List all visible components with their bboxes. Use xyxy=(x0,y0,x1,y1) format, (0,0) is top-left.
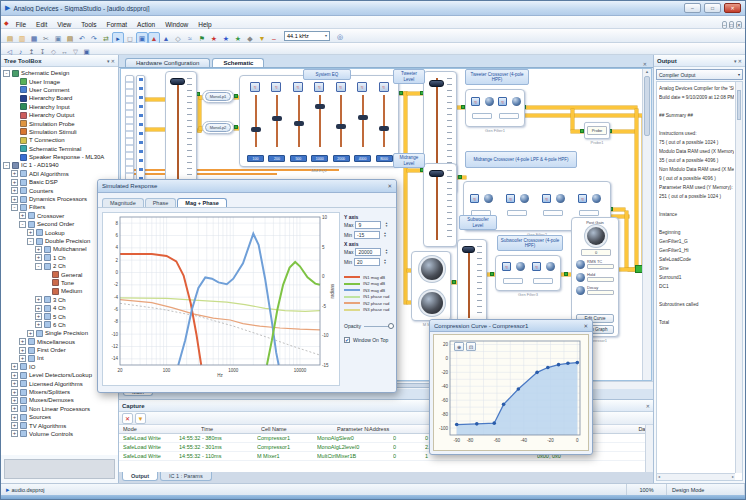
tree-expand-toggle[interactable]: + xyxy=(11,187,18,194)
eq-value-box[interactable]: 2000 xyxy=(333,155,350,162)
minimize-button[interactable]: – xyxy=(684,3,701,13)
eq-slider-handle[interactable] xyxy=(251,127,261,132)
eq-value-box[interactable]: 8000 xyxy=(376,155,393,162)
tab-ic1-params[interactable]: IC 1 : Params xyxy=(160,472,212,481)
canvas-vertical-scrollbar[interactable]: ▲ xyxy=(642,69,651,380)
slider-handle[interactable] xyxy=(462,246,475,253)
tree-expand-toggle[interactable]: + xyxy=(35,246,42,253)
capture-scrollbar[interactable] xyxy=(645,425,653,472)
tree-item[interactable]: + ADI Algorithms xyxy=(1,170,118,178)
tree-expand-toggle[interactable]: + xyxy=(35,296,42,303)
sim-window-titlebar[interactable]: Simulated Response ✕ xyxy=(98,180,396,193)
eq-slider-handle[interactable] xyxy=(379,126,389,131)
output-hscrollbar[interactable]: ◂▸ xyxy=(657,473,735,480)
eq-band[interactable]: ≈ 1000 xyxy=(310,82,329,162)
tree-item[interactable]: Hierarchy Input xyxy=(1,103,118,111)
close-button[interactable]: ✕ xyxy=(724,3,741,13)
tree-expand-toggle[interactable]: + xyxy=(11,405,18,412)
toolbar-icon[interactable]: ★ xyxy=(232,32,244,44)
tree-expand-toggle[interactable]: + xyxy=(11,170,18,177)
document-close-icon[interactable]: ✕ xyxy=(643,61,647,67)
input-block[interactable] xyxy=(136,75,145,187)
tree-expand-toggle[interactable]: + xyxy=(11,397,18,404)
eq-band[interactable]: ≈ 8000 xyxy=(375,82,394,162)
tab-hardware-configuration[interactable]: Hardware Configuration xyxy=(125,58,210,67)
param-knob[interactable] xyxy=(576,286,585,295)
panel-close-icon[interactable]: ✕ xyxy=(646,403,650,409)
tree-expand-toggle[interactable]: + xyxy=(11,389,18,396)
tree-expand-toggle[interactable]: + xyxy=(11,179,18,186)
tree-expand-toggle[interactable]: + xyxy=(11,380,18,387)
tree-expand-toggle[interactable]: + xyxy=(19,212,26,219)
filter-value-box[interactable] xyxy=(579,210,599,216)
filter-knob[interactable] xyxy=(546,262,555,271)
x-max-input[interactable]: 20000 xyxy=(355,248,381,256)
spinner[interactable]: ▲▼ xyxy=(383,249,389,255)
toolbar-icon[interactable]: ★ xyxy=(220,32,232,44)
tree-expand-toggle[interactable]: - xyxy=(19,221,26,228)
tree-expand-toggle[interactable]: + xyxy=(19,355,26,362)
slider-handle[interactable] xyxy=(429,80,444,87)
probe-block[interactable]: Probe xyxy=(584,122,610,139)
compiler-output-text[interactable]: Analog Devices Compiler for the 'SC.Buil… xyxy=(656,81,743,481)
tree-expand-toggle[interactable]: - xyxy=(35,263,42,270)
tree-expand-toggle[interactable]: - xyxy=(3,162,10,169)
close-icon[interactable]: ✕ xyxy=(583,323,588,329)
tree-expand-toggle[interactable]: + xyxy=(19,347,26,354)
toolbar-icon[interactable]: – xyxy=(268,32,280,44)
toolbar-icon[interactable]: ◻ xyxy=(124,32,136,44)
toolbar-icon[interactable]: ◆ xyxy=(244,32,256,44)
eq-band[interactable]: ≈ 4000 xyxy=(353,82,372,162)
y-min-input[interactable]: -15 xyxy=(354,231,380,239)
spinner[interactable]: ▲▼ xyxy=(382,232,388,238)
eq-value-box[interactable]: 200 xyxy=(268,155,285,162)
zoom-tool-button[interactable]: ⊡ xyxy=(466,342,476,351)
tree-item[interactable]: + Sources xyxy=(1,413,118,421)
filter-knob[interactable] xyxy=(484,194,493,203)
y-max-input[interactable]: 9 xyxy=(355,221,381,229)
maximize-button[interactable]: □ xyxy=(704,3,721,13)
opacity-thumb[interactable] xyxy=(388,323,394,329)
eq-value-box[interactable]: 100 xyxy=(247,155,264,162)
eq-slider-handle[interactable] xyxy=(315,104,325,109)
tree-expand-toggle[interactable]: + xyxy=(35,313,42,320)
param-value-box[interactable] xyxy=(587,290,614,295)
opacity-slider[interactable] xyxy=(364,326,394,327)
midrange-level-slider[interactable] xyxy=(423,163,457,247)
toolbar-icon[interactable]: ▣ xyxy=(136,32,148,44)
tab-schematic[interactable]: Schematic xyxy=(212,58,264,67)
filter-knob[interactable] xyxy=(592,194,601,203)
mono-block-1[interactable]: MonoLp1 xyxy=(202,90,234,103)
capture-toolbar-icon[interactable]: ✕ xyxy=(122,413,133,424)
param-knob[interactable] xyxy=(576,273,585,282)
toolbar-icon[interactable]: ⚑ xyxy=(196,32,208,44)
column-header[interactable]: Cell Name xyxy=(261,426,337,432)
tree-expand-toggle[interactable]: + xyxy=(35,321,42,328)
tree-item[interactable]: User Image xyxy=(1,77,118,85)
eq-value-box[interactable]: 500 xyxy=(290,155,307,162)
toolbar-icon[interactable]: ⇄ xyxy=(100,32,112,44)
slider-handle[interactable] xyxy=(429,170,444,177)
filter-value-box[interactable] xyxy=(533,278,553,284)
tree-item[interactable]: - IC 1 - AD1940 xyxy=(1,161,118,169)
param-value-box[interactable] xyxy=(587,277,614,282)
comp-window-titlebar[interactable]: Compression Curve - Compressor1 ✕ xyxy=(430,320,592,332)
eq-band[interactable]: ≈ 2000 xyxy=(332,82,351,162)
scrollbar-thumb[interactable] xyxy=(737,90,741,120)
mdi-window-button[interactable]: – xyxy=(722,21,727,29)
mdi-window-button[interactable]: ✕ xyxy=(736,21,742,29)
tab-mag-phase[interactable]: Mag + Phase xyxy=(177,198,226,207)
post-gain-knob[interactable] xyxy=(587,227,605,245)
tree-item[interactable]: Schematic Terminal xyxy=(1,145,118,153)
tree-expand-toggle[interactable]: + xyxy=(35,254,42,261)
system-eq-block[interactable]: ≈ 100 ≈ 200 ≈ xyxy=(239,75,399,167)
filter-value-box[interactable] xyxy=(503,278,523,284)
scrollbar-thumb[interactable] xyxy=(644,76,650,136)
filter-value-box[interactable] xyxy=(472,113,492,119)
tree-expand-toggle[interactable]: - xyxy=(11,204,18,211)
tree-expand-toggle[interactable]: + xyxy=(27,229,34,236)
mixer-block[interactable] xyxy=(411,251,451,321)
tree-item[interactable]: + Non Linear Processors xyxy=(1,405,118,413)
toolbar-icon[interactable]: ◇ xyxy=(172,32,184,44)
sample-rate-combo[interactable]: 44.1 kHz▾ xyxy=(284,31,330,41)
